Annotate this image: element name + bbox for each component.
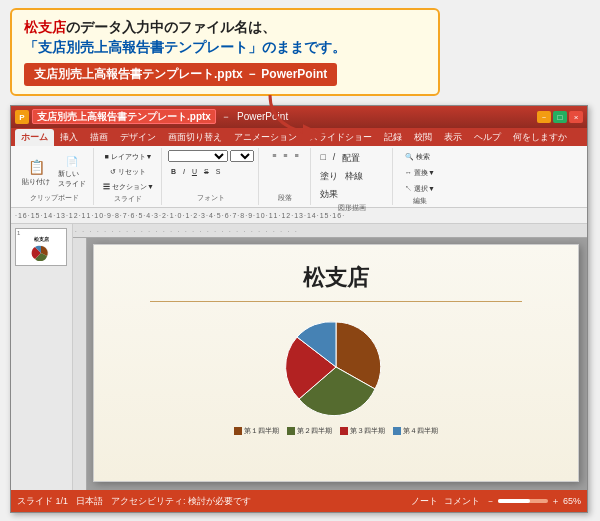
callout-filename: 支店別売上高報告書テンプレート.pptx － PowerPoint	[24, 63, 337, 86]
ruler-numbers: ·16·15·14·13·12·11·10·9·8·7·6·5·4·3·2·1·…	[15, 212, 345, 219]
slide-divider	[150, 301, 521, 302]
slide-panel: 1 松支店	[11, 224, 73, 490]
legend-label-3: 第３四半期	[350, 426, 385, 436]
slide-info: スライド 1/1	[17, 495, 68, 508]
align-left-button[interactable]: ≡	[269, 150, 279, 161]
font-family-select[interactable]	[168, 150, 228, 162]
title-bar-controls: － □ ×	[537, 111, 583, 123]
slide-thumbnail-1[interactable]: 1 松支店	[15, 228, 67, 266]
ruler-left	[73, 238, 87, 490]
arrow-icon	[260, 90, 340, 140]
shape-effect-button[interactable]: 効果	[317, 186, 341, 203]
pie-legend: 第１四半期 第２四半期 第３四半期	[234, 426, 438, 436]
zoom-level: 65%	[563, 496, 581, 506]
clipboard-label: クリップボード	[30, 193, 79, 205]
powerpoint-icon: P	[15, 110, 29, 124]
accessibility: アクセシビリティ: 検討が必要です	[111, 495, 251, 508]
ribbon-group-paragraph: ≡ ≡ ≡ 段落	[261, 148, 311, 205]
new-slide-icon: 📄	[65, 155, 79, 169]
italic-button[interactable]: I	[180, 166, 188, 177]
paragraph-label: 段落	[278, 193, 292, 205]
ribbon-para-content: ≡ ≡ ≡	[269, 148, 301, 193]
tab-search[interactable]: 何をしますか	[507, 129, 573, 146]
zoom-out-button[interactable]: －	[486, 495, 495, 508]
status-left: スライド 1/1 日本語 アクセシビリティ: 検討が必要です	[17, 495, 251, 508]
slide-title: 松支店	[303, 263, 369, 293]
zoom-in-button[interactable]: ＋	[551, 495, 560, 508]
tab-review[interactable]: 校閲	[408, 129, 438, 146]
bold-button[interactable]: B	[168, 166, 179, 177]
align-center-button[interactable]: ≡	[280, 150, 290, 161]
status-bar: スライド 1/1 日本語 アクセシビリティ: 検討が必要です ノート コメント …	[11, 490, 587, 512]
formula-bar: ·16·15·14·13·12·11·10·9·8·7·6·5·4·3·2·1·…	[11, 208, 587, 224]
layout-button[interactable]: ■ レイアウト▼	[100, 150, 157, 164]
legend-color-2	[287, 427, 295, 435]
notes-label[interactable]: ノート	[411, 495, 438, 508]
callout-box: 松支店のデータ入力中のファイル名は、 「支店別売上高報告書テンプレート」のままで…	[10, 8, 440, 96]
legend-color-4	[393, 427, 401, 435]
paste-icon: 📋	[26, 157, 46, 177]
pie-chart-container: 第１四半期 第２四半期 第３四半期	[234, 312, 438, 436]
shape-arrange-button[interactable]: 配置	[339, 150, 363, 167]
font-label: フォント	[197, 193, 225, 205]
legend-label-4: 第４四半期	[403, 426, 438, 436]
slide-canvas: 松支店	[93, 244, 579, 482]
callout-text2: 「支店別売上高報告書テンプレート」のままです。	[24, 40, 346, 55]
tab-design[interactable]: デザイン	[114, 129, 162, 146]
shadow-button[interactable]: S	[213, 166, 224, 177]
section-button[interactable]: ☰ セクション▼	[100, 180, 157, 194]
tab-home[interactable]: ホーム	[15, 129, 54, 146]
select-button[interactable]: ↖ 選択▼	[402, 182, 438, 196]
title-bar-text: 支店別売上高報告書テンプレート.pptx － PowerPoint	[32, 110, 288, 124]
underline-button[interactable]: U	[189, 166, 200, 177]
tab-record[interactable]: 記録	[378, 129, 408, 146]
zoom-bar: － ＋ 65%	[486, 495, 581, 508]
search-button[interactable]: 🔍 検索	[402, 150, 433, 164]
comments-label[interactable]: コメント	[444, 495, 480, 508]
ribbon-group-clipboard: 📋 貼り付け 📄 新しいスライド クリップボード	[15, 148, 94, 205]
align-right-button[interactable]: ≡	[291, 150, 301, 161]
legend-item-1: 第１四半期	[234, 426, 279, 436]
maximize-button[interactable]: □	[553, 111, 567, 123]
ribbon: 📋 貼り付け 📄 新しいスライド クリップボード ■ レイアウト▼ ↺ リセット	[11, 146, 587, 208]
ribbon-font-content: B I U S S	[168, 148, 254, 193]
strikethrough-button[interactable]: S	[201, 166, 212, 177]
tab-view[interactable]: 表示	[438, 129, 468, 146]
title-filename-highlight: 支店別売上高報告書テンプレート.pptx	[32, 109, 216, 124]
tab-draw[interactable]: 描画	[84, 129, 114, 146]
legend-label-1: 第１四半期	[244, 426, 279, 436]
tab-help[interactable]: ヘルプ	[468, 129, 507, 146]
legend-item-4: 第４四半期	[393, 426, 438, 436]
font-size-select[interactable]	[230, 150, 254, 162]
zoom-slider[interactable]	[498, 499, 548, 503]
ribbon-clipboard-content: 📋 貼り付け 📄 新しいスライド	[19, 148, 89, 193]
ribbon-slide-content: ■ レイアウト▼ ↺ リセット ☰ セクション▼	[100, 148, 157, 194]
paste-button[interactable]: 📋 貼り付け	[19, 155, 53, 189]
new-slide-button[interactable]: 📄 新しいスライド	[55, 153, 89, 191]
shape-outline-button[interactable]: 枠線	[342, 168, 366, 185]
shape-fill-button[interactable]: 塗り	[317, 168, 341, 185]
slide-number: 1	[17, 230, 20, 236]
legend-item-3: 第３四半期	[340, 426, 385, 436]
ribbon-edit-content: 🔍 検索 ↔ 置換▼ ↖ 選択▼	[402, 148, 438, 196]
replace-button[interactable]: ↔ 置換▼	[402, 166, 438, 180]
shape-line-button[interactable]: /	[330, 150, 339, 167]
legend-color-1	[234, 427, 242, 435]
title-bar-left: P 支店別売上高報告書テンプレート.pptx － PowerPoint	[15, 110, 288, 124]
pie-chart	[271, 312, 401, 422]
edit-label: 編集	[413, 196, 427, 208]
legend-color-3	[340, 427, 348, 435]
title-separator: －	[221, 111, 231, 122]
minimize-button[interactable]: －	[537, 111, 551, 123]
slide-area: · · · · · · · · · · · · · · · · · · · · …	[73, 224, 587, 490]
close-button[interactable]: ×	[569, 111, 583, 123]
slide-inner: 松支店	[94, 245, 578, 481]
powerpoint-window: P 支店別売上高報告書テンプレート.pptx － PowerPoint － □ …	[10, 105, 588, 513]
tab-insert[interactable]: 挿入	[54, 129, 84, 146]
reset-button[interactable]: ↺ リセット	[100, 165, 157, 179]
shape-rect-button[interactable]: □	[317, 150, 328, 167]
tab-transitions[interactable]: 画面切り替え	[162, 129, 228, 146]
ribbon-drawing-content: □ / 配置 塗り 枠線 効果	[317, 148, 387, 203]
workspace: 1 松支店 · · · · · · · · · · · · · · · · · …	[11, 224, 587, 490]
ribbon-group-edit: 🔍 検索 ↔ 置換▼ ↖ 選択▼ 編集	[395, 148, 445, 205]
